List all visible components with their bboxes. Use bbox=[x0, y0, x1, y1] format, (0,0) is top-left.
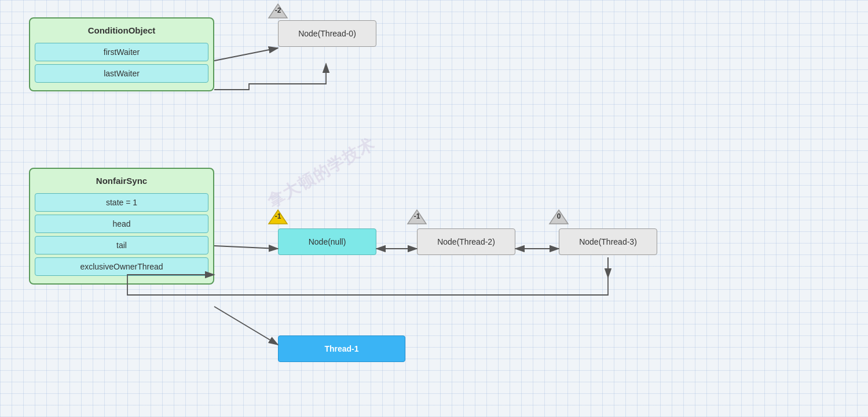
node-thread0: Node(Thread-0) bbox=[278, 20, 376, 47]
field-tail: tail bbox=[35, 236, 208, 254]
field-firstwaiter: firstWaiter bbox=[35, 43, 208, 61]
badge-label-null: -1 bbox=[275, 212, 281, 220]
nonfair-sync-box: NonfairSync state = 1 head tail exclusiv… bbox=[29, 168, 214, 285]
diagram-container: 拿大顿的学技术 ConditionObject firstWaiter last… bbox=[0, 0, 868, 417]
arrow-exclusive-to-thread1 bbox=[214, 307, 278, 345]
nonfair-sync-title: NonfairSync bbox=[35, 174, 208, 190]
node-thread3: Node(Thread-3) bbox=[559, 228, 657, 255]
field-head: head bbox=[35, 215, 208, 233]
condition-object-box: ConditionObject firstWaiter lastWaiter bbox=[29, 17, 214, 91]
watermark: 拿大顿的学技术 bbox=[263, 133, 380, 213]
condition-object-title: ConditionObject bbox=[35, 23, 208, 40]
field-lastwaiter: lastWaiter bbox=[35, 64, 208, 83]
thread1: Thread-1 bbox=[278, 335, 405, 362]
field-exclusive-owner-thread: exclusiveOwnerThread bbox=[35, 257, 208, 276]
arrow-firstwaiter-to-node-thread0 bbox=[214, 48, 278, 61]
badge-label-thread0: -2 bbox=[275, 6, 281, 14]
field-state: state = 1 bbox=[35, 193, 208, 212]
arrow-head-to-node-null bbox=[214, 246, 278, 249]
badge-label-thread3: 0 bbox=[557, 212, 561, 220]
node-null: Node(null) bbox=[278, 228, 376, 255]
badge-label-thread2: -1 bbox=[414, 212, 420, 220]
node-thread2: Node(Thread-2) bbox=[417, 228, 515, 255]
arrow-lastwaiter-to-node-thread0 bbox=[214, 64, 326, 90]
